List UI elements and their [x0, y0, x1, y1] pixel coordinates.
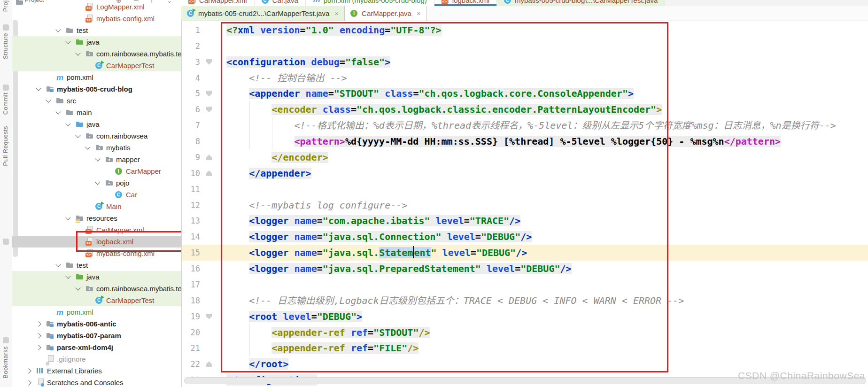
tree-item-mybatis-config-xml[interactable]: <>mybatis-config.xml	[12, 13, 181, 24]
tree-item-com-rainbowsea[interactable]: com.rainbowsea	[12, 130, 181, 142]
tree-item-java[interactable]: java	[12, 118, 181, 130]
code-viewport[interactable]: 1<?xml version="1.0" encoding="UTF-8"?>2…	[181, 0, 868, 387]
structure-icon[interactable]	[3, 24, 9, 31]
tree-item-mybatis[interactable]: mybatis	[12, 142, 181, 154]
code-line-21: 21 <appender-ref ref="FILE"/>	[181, 340, 868, 356]
fold-end-icon[interactable]	[206, 170, 212, 176]
chevron-down-icon[interactable]	[85, 144, 90, 149]
module-icon	[46, 332, 54, 340]
code-line-18: 18 <!-- 日志输出级别,Logback日志级别包括五个：TRACE < D…	[181, 293, 868, 309]
line-number: 20	[181, 325, 200, 341]
editor-tab-logback-xml[interactable]: <>logback.xml	[434, 0, 497, 6]
chevron-down-icon[interactable]	[75, 132, 80, 138]
editor-tab-car-java[interactable]: CCar.java	[255, 0, 306, 6]
editor-tab-carmapper-xml[interactable]: <>CarMapper.xml	[181, 0, 255, 6]
editor-tab-mybatis-005-crud2-carmappertest-java[interactable]: Cmybatis-005-crud2\...\CarMapperTest.jav…	[181, 6, 345, 21]
tree-item-car[interactable]: CCar	[12, 189, 181, 201]
commit-icon[interactable]	[3, 85, 9, 91]
package-icon	[85, 50, 93, 58]
tree-item-com-rainbowsea-mybatis-tes[interactable]: com.rainbowsea.mybatis.tes	[12, 283, 181, 294]
chevron-right-icon[interactable]	[26, 368, 31, 373]
close-tab-icon[interactable]: ×	[417, 9, 421, 17]
tree-item-com-rainbowsea-mybatis-tes[interactable]: com.rainbowsea.mybatis.tes	[12, 48, 181, 60]
line-number: 6	[181, 101, 200, 117]
interface-icon: I	[115, 167, 123, 175]
tree-item-mybatis-007-param[interactable]: mybatis-007-param	[12, 330, 181, 341]
chevron-down-icon[interactable]	[75, 285, 80, 290]
tree-item-carmappertest[interactable]: CCarMapperTest	[12, 294, 181, 306]
tree-item-pom-xml[interactable]: mpom.xml	[12, 71, 181, 83]
code-line-15: 15 <logger name="java.sql.Statement" lev…	[181, 245, 868, 261]
tool-button-pull-requests[interactable]: Pull Requests	[2, 126, 9, 166]
tool-button-commit[interactable]: Commit	[2, 93, 9, 115]
chevron-right-icon[interactable]	[36, 333, 41, 338]
fold-end-icon[interactable]	[206, 155, 212, 160]
tree-item-logback-xml[interactable]: <>logback.xml	[12, 236, 181, 248]
locate-file-icon[interactable]: ⊕	[116, 0, 122, 5]
tree-item-mybatis-006-antic[interactable]: mybatis-006-antic	[12, 318, 181, 330]
scroll-up-icon[interactable]: ↑	[150, 0, 153, 5]
editor-tab-carmapper-java[interactable]: ICarMapper.java×	[345, 6, 427, 21]
close-tab-icon[interactable]: ×	[334, 9, 339, 17]
code-line-3: 3<configuration debug="false">	[181, 54, 868, 70]
code-text: <!--mybatis log configure-->	[226, 197, 407, 213]
chevron-down-icon[interactable]	[46, 97, 51, 102]
tree-item-scratches-and-consoles[interactable]: Scratches and Consoles	[12, 377, 181, 387]
tree-item-java[interactable]: java	[12, 271, 181, 283]
xml-file-icon: <>	[442, 0, 450, 4]
tree-item-external-libraries[interactable]: External Libraries	[12, 365, 181, 377]
fold-start-icon[interactable]	[206, 314, 212, 319]
tree-item-carmapper-xml[interactable]: <>CarMapper.xml	[12, 224, 181, 236]
tree-item-parse-xml-dom4j[interactable]: parse-xml-dom4j	[12, 341, 181, 353]
tool-button-structure[interactable]: Structure	[2, 33, 9, 59]
tree-item-test[interactable]: test	[12, 259, 181, 271]
chevron-down-icon[interactable]	[55, 262, 61, 267]
tree-item-carmapper[interactable]: ICarMapper	[12, 165, 181, 177]
tree-item-mybatis-config-xml[interactable]: <>mybatis-config.xml	[12, 248, 181, 259]
xml-file-icon: <>	[85, 249, 93, 257]
tree-item-carmappertest[interactable]: CCarMapperTest	[12, 60, 181, 71]
sources-root-icon	[76, 120, 84, 128]
chevron-down-icon[interactable]	[95, 179, 100, 185]
code-line-11: 11	[181, 181, 868, 197]
bookmarks-icon[interactable]	[3, 337, 9, 343]
tree-item-main[interactable]: main	[12, 107, 181, 118]
hide-panel-icon[interactable]: ─	[134, 0, 139, 5]
tree-item-label: pojo	[116, 177, 129, 189]
chevron-down-icon[interactable]	[55, 109, 61, 114]
chevron-down-icon[interactable]	[65, 273, 70, 279]
chevron-right-icon[interactable]	[36, 321, 41, 326]
tree-item-resources[interactable]: resources	[12, 212, 181, 224]
tool-button-project[interactable]: Project	[2, 0, 9, 12]
tree-item-test[interactable]: test	[12, 24, 181, 36]
pull-requests-icon[interactable]	[3, 239, 9, 245]
tree-item-src[interactable]: src	[12, 95, 181, 107]
chevron-down-icon[interactable]	[95, 156, 100, 161]
chevron-down-icon[interactable]	[36, 85, 41, 91]
chevron-down-icon[interactable]	[55, 27, 61, 32]
chevron-down-icon[interactable]	[65, 39, 70, 44]
editor-tab-pom-xml-mybatis-005-crud-blog-[interactable]: mpom.xml (mybatis-005-crud-blog)	[306, 0, 434, 6]
fold-start-icon[interactable]	[206, 107, 212, 112]
chevron-down-icon[interactable]	[75, 50, 80, 55]
tree-item-pom-xml[interactable]: mpom.xml	[12, 306, 181, 318]
fold-end-icon[interactable]	[206, 361, 212, 367]
chevron-down-icon[interactable]	[65, 121, 70, 126]
more-options-icon[interactable]: ⌄	[167, 0, 172, 5]
editor-area[interactable]: <>CarMapper.xmlCCar.javampom.xml (mybati…	[181, 0, 868, 387]
tree-item-pojo[interactable]: pojo	[12, 177, 181, 189]
tool-button-bookmarks[interactable]: Bookmarks	[2, 346, 9, 379]
chevron-down-icon[interactable]	[65, 215, 70, 220]
tree-item-mybatis-005-crud-blog[interactable]: mybatis-005-crud-blog	[12, 83, 181, 95]
fold-start-icon[interactable]	[206, 59, 212, 65]
tree-item-java[interactable]: java	[12, 36, 181, 48]
tree-item--gitignore[interactable]: ⊘.gitignore	[12, 353, 181, 365]
editor-tab-label: mybatis-005-crud-blog\...\CarMapperTest.…	[515, 0, 658, 4]
tree-item-mapper[interactable]: mapper	[12, 154, 181, 165]
tree-item-label: mybatis	[106, 142, 131, 154]
tree-item-main[interactable]: CMain	[12, 201, 181, 212]
editor-tab-mybatis-005-crud-blog-carmappertest-java[interactable]: Cmybatis-005-crud-blog\...\CarMapperTest…	[497, 0, 665, 6]
chevron-right-icon[interactable]	[36, 345, 41, 350]
chevron-right-icon[interactable]	[26, 380, 31, 385]
fold-start-icon[interactable]	[206, 91, 212, 96]
